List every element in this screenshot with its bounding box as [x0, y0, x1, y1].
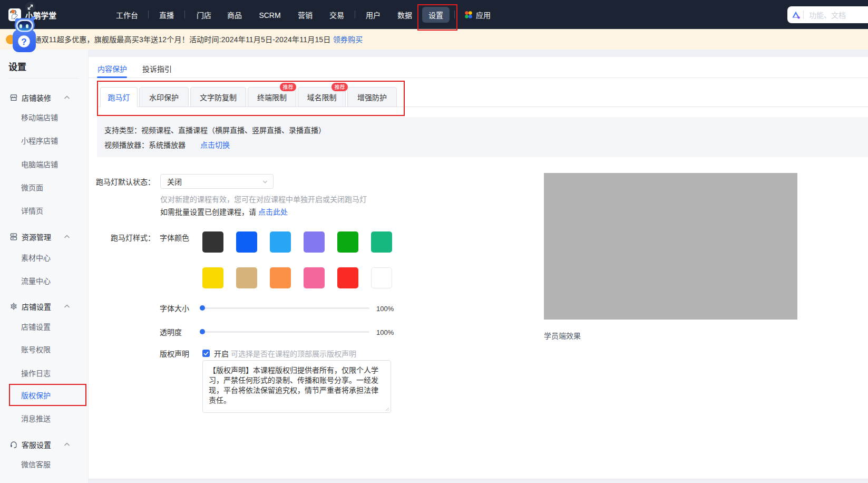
svg-text:?: ? — [21, 37, 26, 47]
